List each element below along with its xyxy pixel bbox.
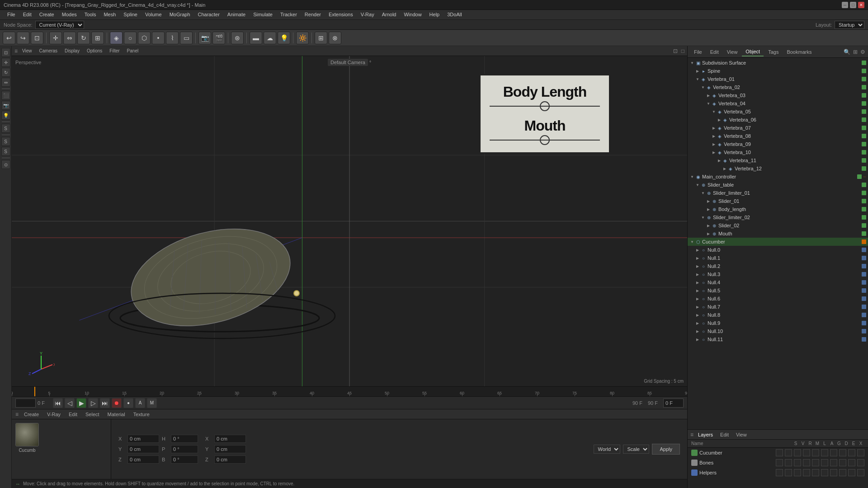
object-mode-button[interactable]: ○: [124, 32, 137, 44]
menu-item-mesh[interactable]: Mesh: [100, 11, 119, 18]
expand-arrow-vertebra_07[interactable]: ▶: [711, 126, 717, 130]
viewport-options-tab[interactable]: Options: [84, 47, 105, 54]
layer-m-btn-cucumber[interactable]: [803, 449, 810, 456]
menu-item-edit[interactable]: Edit: [19, 11, 35, 18]
expand-arrow-vertebra_01[interactable]: ▼: [695, 77, 700, 81]
tree-item-null7[interactable]: ▶○Null.7: [688, 303, 868, 311]
edit-menu-btn[interactable]: Edit: [66, 411, 80, 418]
layer-s-btn-bones[interactable]: [776, 459, 783, 466]
expand-arrow-null7[interactable]: ▶: [695, 305, 700, 309]
maximize-button[interactable]: □: [850, 2, 856, 8]
layer-l-btn-cucumber[interactable]: [812, 449, 819, 456]
tree-item-spine[interactable]: ▶▸Spine: [688, 67, 868, 75]
expand-arrow-null1[interactable]: ▶: [695, 256, 700, 260]
tree-item-null11[interactable]: ▶○Null.11: [688, 335, 868, 343]
tree-item-null9[interactable]: ▶○Null.9: [688, 319, 868, 327]
tree-item-null2[interactable]: ▶○Null.2: [688, 262, 868, 270]
expand-arrow-vertebra_11[interactable]: ▶: [717, 159, 722, 163]
render-view-button[interactable]: 📷: [198, 32, 211, 44]
materials-tool[interactable]: S: [1, 124, 10, 133]
rotate-tool-left[interactable]: ↻: [1, 68, 10, 77]
menu-item-animate[interactable]: Animate: [224, 11, 249, 18]
viewport-filter-tab[interactable]: Filter: [107, 47, 122, 54]
polygon-mode-button[interactable]: ▭: [180, 32, 193, 44]
current-frame-input[interactable]: 0 F: [15, 399, 36, 408]
expand-arrow-spine[interactable]: ▶: [695, 69, 700, 73]
expand-arrow-vertebra_09[interactable]: ▶: [711, 142, 717, 146]
layer-r-btn-bones[interactable]: [794, 459, 801, 466]
viewport-maximize-btn[interactable]: □: [681, 48, 684, 54]
right-view-tab[interactable]: View: [723, 48, 741, 56]
xray-button[interactable]: 🔆: [296, 32, 309, 44]
menu-item-tracker[interactable]: Tracker: [277, 11, 301, 18]
tree-item-vertebra_11[interactable]: ▶◈Vertebra_11: [688, 156, 868, 164]
menu-item-simulate[interactable]: Simulate: [250, 11, 276, 18]
expand-arrow-vertebra_10[interactable]: ▶: [711, 150, 717, 155]
tree-item-vertebra_10[interactable]: ▶◈Vertebra_10: [688, 148, 868, 156]
mouth-slider-handle[interactable]: [540, 135, 550, 145]
menu-item-3doall[interactable]: 3DoAll: [443, 11, 465, 18]
expand-arrow-vertebra_05[interactable]: ▼: [711, 110, 717, 114]
expand-arrow-subdiv[interactable]: ▼: [689, 61, 695, 65]
layer-row-bones[interactable]: Bones: [688, 458, 868, 468]
layer-r-btn-helpers[interactable]: [794, 469, 801, 476]
expand-arrow-null11[interactable]: ▶: [695, 338, 700, 342]
apply-button[interactable]: Apply: [652, 444, 680, 455]
tree-item-vertebra_02[interactable]: ▼◈Vertebra_02: [688, 83, 868, 91]
tree-item-subdiv[interactable]: ▼▣Subdivision Surface: [688, 59, 868, 67]
tree-item-null4[interactable]: ▶○Null.4: [688, 278, 868, 286]
transport-end-btn[interactable]: ⏭: [100, 398, 110, 408]
coord-system-select[interactable]: World: [594, 445, 620, 454]
menu-item-volume[interactable]: Volume: [142, 11, 165, 18]
tree-item-null0[interactable]: ▶○Null.0: [688, 246, 868, 254]
select-tool-left[interactable]: ⊡: [1, 48, 10, 57]
texture-menu-btn[interactable]: Texture: [131, 411, 152, 418]
expand-arrow-slider_01[interactable]: ▶: [706, 199, 711, 203]
transport-step-fwd-btn[interactable]: ▷: [88, 398, 98, 408]
layer-g-btn-cucumber[interactable]: [830, 449, 837, 456]
expand-arrow-null5[interactable]: ▶: [695, 289, 700, 293]
tree-item-vertebra_01[interactable]: ▼◈Vertebra_01: [688, 75, 868, 83]
expand-arrow-null10[interactable]: ▶: [695, 329, 700, 333]
expand-arrow-slider_limiter_01[interactable]: ▼: [700, 191, 706, 195]
menu-item-tools[interactable]: Tools: [81, 11, 100, 18]
menu-item-character[interactable]: Character: [194, 11, 223, 18]
grid-button[interactable]: ⊞: [315, 32, 327, 44]
live-select-button[interactable]: ⊡: [31, 32, 43, 44]
layer-e-btn-cucumber[interactable]: [848, 449, 855, 456]
transport-playhead-btn[interactable]: ⏮: [53, 398, 63, 408]
tree-item-mouth[interactable]: ▶⊕Mouth: [688, 230, 868, 238]
expand-arrow-null0[interactable]: ▶: [695, 248, 700, 252]
create-menu-btn[interactable]: Create: [21, 411, 42, 418]
rotate-tool-button[interactable]: ↻: [77, 32, 90, 44]
scale-mode-select[interactable]: Scale: [623, 445, 649, 454]
sz-input[interactable]: [214, 455, 246, 464]
z-position-input[interactable]: [127, 455, 159, 464]
point-mode-button[interactable]: •: [152, 32, 165, 44]
expand-arrow-null2[interactable]: ▶: [695, 264, 700, 268]
expand-arrow-slider_table[interactable]: ▼: [695, 183, 700, 187]
layer-x-btn-cucumber[interactable]: [857, 449, 864, 456]
render-button[interactable]: 🎬: [212, 32, 225, 44]
material-thumbnail[interactable]: [15, 423, 39, 446]
light-button[interactable]: 💡: [278, 32, 290, 44]
tree-item-cucumber[interactable]: ▼⬡Cucumber: [688, 238, 868, 246]
menu-item-render[interactable]: Render: [301, 11, 325, 18]
layer-e-btn-helpers[interactable]: [848, 469, 855, 476]
menu-item-arnold[interactable]: Arnold: [378, 11, 400, 18]
viewport-menu-btn[interactable]: ≡: [14, 48, 18, 54]
close-button[interactable]: ✕: [858, 2, 864, 8]
layer-g-btn-bones[interactable]: [830, 459, 837, 466]
layer-g-btn-helpers[interactable]: [830, 469, 837, 476]
expand-arrow-cucumber[interactable]: ▼: [689, 240, 695, 244]
right-config-btn[interactable]: ⚙: [860, 49, 865, 55]
tree-item-vertebra_07[interactable]: ▶◈Vertebra_07: [688, 124, 868, 132]
transport-motion-btn[interactable]: M: [147, 398, 157, 408]
layer-row-cucumber[interactable]: Cucumber: [688, 448, 868, 458]
layout-select[interactable]: Startup: [835, 21, 864, 29]
tree-item-vertebra_08[interactable]: ▶◈Vertebra_08: [688, 132, 868, 140]
layer-e-btn-bones[interactable]: [848, 459, 855, 466]
layer-m-btn-bones[interactable]: [803, 459, 810, 466]
cube-tool[interactable]: ⬛: [1, 91, 10, 100]
model-mode-button[interactable]: ◈: [110, 32, 123, 44]
